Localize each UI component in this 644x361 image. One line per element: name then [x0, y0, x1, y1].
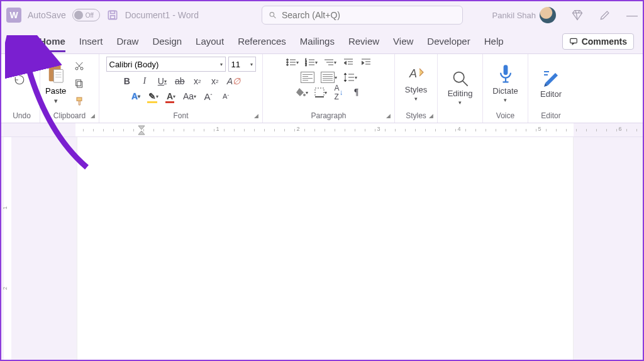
svg-rect-8: [53, 69, 63, 82]
svg-rect-42: [315, 88, 324, 97]
tab-developer[interactable]: Developer: [427, 31, 470, 52]
change-case-button[interactable]: Aa ▾: [183, 91, 196, 102]
document-area: 12: [1, 137, 643, 360]
font-color-button[interactable]: A ▾: [165, 91, 177, 102]
alignment-menu[interactable]: ▾: [321, 72, 337, 83]
voice-group-label: Voice: [487, 110, 524, 120]
autosave-toggle[interactable]: Off: [72, 9, 100, 21]
minimize-button[interactable]: —: [626, 9, 638, 22]
svg-point-3: [270, 13, 274, 17]
autosave-label: AutoSave: [28, 10, 66, 20]
svg-point-21: [286, 64, 288, 66]
styles-group-label: Styles◢: [399, 110, 433, 120]
shading-button[interactable]: ▾: [296, 87, 308, 98]
undo-group-label: Undo: [8, 110, 36, 120]
format-painter-button[interactable]: [74, 96, 85, 107]
tab-mailings[interactable]: Mailings: [300, 31, 335, 52]
styles-button[interactable]: A Styles ▾: [399, 65, 433, 102]
bold-button[interactable]: B: [121, 75, 133, 87]
diamond-icon[interactable]: [571, 9, 584, 21]
search-input[interactable]: [282, 10, 456, 20]
numbering-button[interactable]: 123▾: [305, 57, 318, 68]
copy-button[interactable]: [74, 78, 85, 89]
editor-button[interactable]: Editor: [532, 68, 570, 99]
comment-icon: [569, 37, 578, 46]
font-name-select[interactable]: Calibri (Body)▾: [106, 57, 226, 72]
tab-references[interactable]: References: [238, 31, 286, 52]
tab-insert[interactable]: Insert: [79, 31, 103, 52]
ribbon: ▾ Undo Paste ▾ Clipboard◢: [1, 54, 643, 123]
sort-button[interactable]: AZ↓: [333, 87, 345, 98]
svg-rect-15: [76, 80, 81, 86]
indent-marker-icon[interactable]: [137, 125, 146, 136]
editing-button[interactable]: Editing ▾: [441, 70, 479, 106]
pen-icon[interactable]: [599, 9, 611, 21]
clear-formatting-button[interactable]: A∅: [227, 75, 240, 87]
shrink-font-button[interactable]: Aˇ: [220, 91, 231, 102]
search-icon: [452, 70, 469, 87]
user-account[interactable]: Pankil Shah: [492, 7, 556, 23]
tab-view[interactable]: View: [393, 31, 413, 52]
superscript-button[interactable]: x2: [209, 75, 221, 87]
tab-file[interactable]: File: [10, 31, 25, 52]
grow-font-button[interactable]: Aˆ: [203, 91, 214, 102]
multilevel-list-button[interactable]: ▾: [324, 57, 336, 68]
comments-label: Comments: [582, 36, 627, 47]
save-icon[interactable]: [106, 9, 119, 21]
clipboard-launcher-icon[interactable]: ◢: [91, 113, 95, 119]
repeat-button[interactable]: [13, 74, 26, 86]
editor-icon: [541, 68, 560, 88]
comments-button[interactable]: Comments: [562, 33, 634, 50]
tab-layout[interactable]: Layout: [196, 31, 224, 52]
avatar: [540, 7, 556, 23]
italic-button[interactable]: I: [139, 75, 150, 87]
svg-text:A: A: [409, 67, 417, 80]
clipboard-icon: [47, 62, 65, 85]
show-marks-button[interactable]: ¶: [351, 87, 362, 98]
page-canvas[interactable]: [77, 137, 574, 360]
title-bar: W AutoSave Off Document1 - Word Pankil S…: [1, 1, 643, 29]
svg-text:3: 3: [305, 63, 307, 67]
svg-point-17: [286, 59, 288, 61]
svg-line-4: [274, 16, 275, 18]
line-spacing-button[interactable]: ▾: [343, 72, 357, 83]
styles-launcher-icon[interactable]: ◢: [429, 113, 433, 119]
editor-group-label: Editor: [532, 110, 570, 120]
ribbon-tabs: File Home Insert Draw Design Layout Refe…: [1, 29, 643, 54]
borders-button[interactable]: ▾: [314, 87, 327, 98]
chevron-down-icon: ▾: [54, 97, 58, 105]
decrease-indent-button[interactable]: [343, 57, 354, 68]
paragraph-group-label: Paragraph◢: [267, 110, 391, 120]
text-effects-button[interactable]: A ▾: [130, 91, 142, 102]
svg-point-19: [286, 62, 288, 64]
align-left-button[interactable]: [301, 72, 314, 83]
highlight-button[interactable]: ✎ ▾: [148, 91, 159, 102]
subscript-button[interactable]: x2: [192, 75, 203, 87]
document-title: Document1 - Word: [125, 10, 199, 20]
tab-help[interactable]: Help: [484, 31, 504, 52]
tab-draw[interactable]: Draw: [116, 31, 138, 52]
underline-button[interactable]: U ▾: [157, 75, 168, 87]
toggle-knob: [74, 11, 83, 19]
bullets-button[interactable]: ▾: [286, 57, 299, 68]
dictate-button[interactable]: Dictate ▾: [487, 64, 524, 103]
svg-rect-7: [52, 63, 57, 67]
svg-rect-5: [570, 38, 577, 43]
cut-button[interactable]: [74, 60, 85, 72]
search-box[interactable]: [262, 6, 463, 25]
svg-point-45: [453, 72, 464, 82]
undo-button[interactable]: ▾: [13, 59, 29, 70]
font-launcher-icon[interactable]: ◢: [254, 113, 258, 119]
strikethrough-button[interactable]: ab: [174, 75, 186, 87]
paste-button[interactable]: Paste ▾: [44, 60, 67, 108]
editing-group-label: [441, 119, 479, 120]
font-size-select[interactable]: 11▾: [228, 57, 256, 72]
vertical-ruler[interactable]: 12: [1, 137, 14, 360]
svg-rect-1: [110, 11, 114, 13]
increase-indent-button[interactable]: [360, 57, 372, 68]
tab-design[interactable]: Design: [152, 31, 182, 52]
horizontal-ruler[interactable]: 123456: [1, 123, 643, 137]
tab-review[interactable]: Review: [348, 31, 379, 52]
paragraph-launcher-icon[interactable]: ◢: [386, 113, 391, 119]
tab-home[interactable]: Home: [39, 31, 65, 52]
